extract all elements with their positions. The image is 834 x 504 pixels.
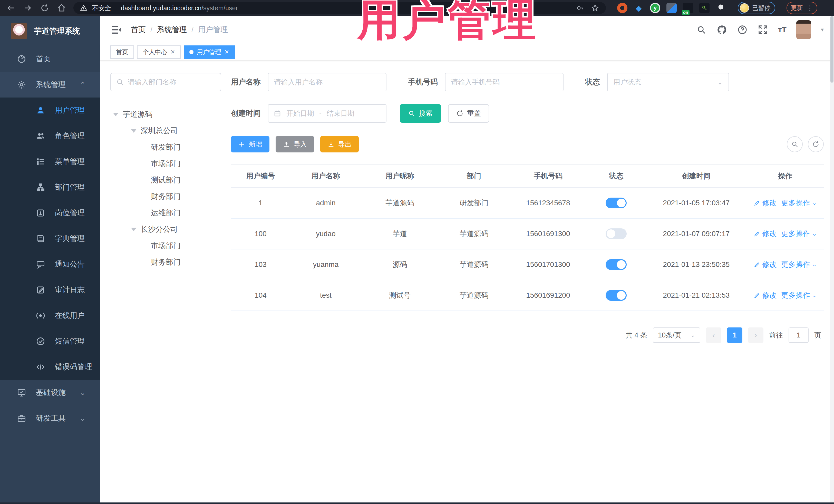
extension-tool-icon[interactable] xyxy=(699,3,709,13)
sidebar-item-role-management[interactable]: 角色管理 xyxy=(0,123,100,149)
status-toggle[interactable] xyxy=(606,198,627,209)
extension-switch-icon[interactable]: ≡on xyxy=(683,3,693,13)
tree-node-leaf[interactable]: 财务部门 xyxy=(110,188,221,205)
profile-paused-badge[interactable]: 已暂停 xyxy=(738,2,775,14)
more-actions-link[interactable]: 更多操作⌄ xyxy=(782,260,817,269)
header-search-icon[interactable] xyxy=(696,24,707,35)
user-avatar[interactable] xyxy=(796,20,811,39)
goto-page-input[interactable] xyxy=(789,327,809,343)
export-button[interactable]: 导出 xyxy=(320,136,359,152)
tree-expand-icon[interactable] xyxy=(131,129,136,133)
sidebar-item-menu-management[interactable]: 菜单管理 xyxy=(0,149,100,175)
sidebar-item-post-management[interactable]: 岗位管理 xyxy=(0,200,100,226)
tree-node-leaf[interactable]: 市场部门 xyxy=(110,155,221,172)
breadcrumb-system[interactable]: 系统管理 xyxy=(157,25,187,35)
tree-node-leaf[interactable]: 测试部门 xyxy=(110,172,221,188)
sidebar-item-home[interactable]: 首页 xyxy=(0,46,100,72)
more-actions-link[interactable]: 更多操作⌄ xyxy=(782,290,817,300)
page-scrollbar[interactable] xyxy=(830,16,834,504)
sidebar-item-dept-management[interactable]: 部门管理 xyxy=(0,175,100,200)
refresh-icon xyxy=(456,110,463,117)
close-icon[interactable]: ✕ xyxy=(224,49,229,56)
edit-link[interactable]: 修改 xyxy=(754,290,777,300)
sidebar-item-audit-log[interactable]: 审计日志 ⌄ xyxy=(0,277,100,303)
column-header: 部门 xyxy=(438,171,509,181)
tree-expand-icon[interactable] xyxy=(131,227,136,231)
bookmark-star-icon[interactable] xyxy=(591,4,599,12)
add-button[interactable]: 新增 xyxy=(231,136,269,152)
browser-menu-icon[interactable]: ⋮ xyxy=(807,4,813,12)
breadcrumb-home[interactable]: 首页 xyxy=(131,25,146,35)
tree-node-leaf[interactable]: 财务部门 xyxy=(110,254,221,270)
browser-forward-button[interactable] xyxy=(23,3,33,13)
edit-link[interactable]: 修改 xyxy=(754,229,777,239)
more-actions-link[interactable]: 更多操作⌄ xyxy=(782,198,817,208)
sidebar-fold-icon[interactable] xyxy=(110,24,122,36)
toggle-search-button[interactable] xyxy=(787,136,803,152)
tab-profile[interactable]: 个人中心 ✕ xyxy=(137,45,181,59)
cell-mobile: 15612345678 xyxy=(510,199,587,207)
search-button[interactable]: 搜索 xyxy=(400,104,441,123)
extension-green-icon[interactable]: y xyxy=(650,3,660,13)
help-icon[interactable] xyxy=(737,24,748,35)
tree-node-branch[interactable]: 长沙分公司 xyxy=(110,221,221,238)
page-size-select[interactable]: 10条/页 ⌄ xyxy=(653,327,700,343)
cell-user-id: 1 xyxy=(231,199,290,207)
sidebar-item-devtools[interactable]: 研发工具 ⌄ xyxy=(0,406,100,431)
tree-node-leaf[interactable]: 研发部门 xyxy=(110,139,221,155)
tree-node-leaf[interactable]: 运维部门 xyxy=(110,205,221,221)
close-icon[interactable]: ✕ xyxy=(170,49,175,56)
sidebar-item-system[interactable]: 系统管理 ⌃ xyxy=(0,72,100,97)
username-input[interactable] xyxy=(268,73,386,91)
mobile-label: 手机号码 xyxy=(408,77,438,87)
refresh-table-button[interactable] xyxy=(808,136,824,152)
scrollbar-thumb[interactable] xyxy=(830,16,833,83)
insecure-warning-icon xyxy=(80,4,87,12)
status-select[interactable]: 用户状态 ⌄ xyxy=(607,73,729,91)
cell-created: 2021-01-13 23:50:35 xyxy=(646,261,747,269)
tree-node-leaf[interactable]: 市场部门 xyxy=(110,238,221,254)
font-size-icon[interactable]: тT xyxy=(778,25,787,34)
extension-grid-icon[interactable] xyxy=(666,3,677,13)
date-range-picker[interactable]: 开始日期 - 结束日期 xyxy=(268,104,387,123)
current-page-button[interactable]: 1 xyxy=(727,327,742,343)
extensions-puzzle-icon[interactable] xyxy=(716,3,726,13)
mobile-input[interactable] xyxy=(445,73,563,91)
sidebar-item-online-users[interactable]: 在线用户 xyxy=(0,303,100,328)
sidebar-item-infrastructure[interactable]: 基础设施 ⌄ xyxy=(0,380,100,406)
edit-link[interactable]: 修改 xyxy=(754,260,777,269)
tab-user-management[interactable]: 用户管理 ✕ xyxy=(184,45,235,59)
import-button[interactable]: 导入 xyxy=(276,136,314,152)
browser-update-button[interactable]: 更新 ⋮ xyxy=(787,2,817,14)
fullscreen-icon[interactable] xyxy=(758,24,768,35)
github-icon[interactable] xyxy=(717,24,727,35)
tab-home[interactable]: 首页 xyxy=(110,45,134,59)
browser-home-button[interactable] xyxy=(57,3,67,13)
sidebar-item-notice[interactable]: 通知公告 xyxy=(0,251,100,277)
tree-node-root[interactable]: 芋道源码 xyxy=(110,106,221,123)
tab-label: 首页 xyxy=(116,48,128,56)
sidebar-item-dict-management[interactable]: 字典管理 xyxy=(0,226,100,251)
sidebar-item-sms-management[interactable]: 短信管理 ⌄ xyxy=(0,328,100,354)
edit-link[interactable]: 修改 xyxy=(754,198,777,208)
dept-search-input[interactable] xyxy=(110,73,221,91)
status-toggle[interactable] xyxy=(606,259,627,270)
status-toggle[interactable] xyxy=(606,228,627,239)
avatar-dropdown-icon[interactable]: ▾ xyxy=(821,26,824,33)
tree-node-branch[interactable]: 深圳总公司 xyxy=(110,123,221,139)
prev-page-button[interactable]: ‹ xyxy=(706,327,721,343)
tree-expand-icon[interactable] xyxy=(113,113,118,116)
extension-pin-icon[interactable]: ◆ xyxy=(634,3,644,13)
extension-orange-icon[interactable] xyxy=(617,3,628,13)
next-page-button[interactable]: › xyxy=(748,327,764,343)
browser-reload-button[interactable] xyxy=(40,3,50,13)
more-actions-link[interactable]: 更多操作⌄ xyxy=(782,229,817,239)
browser-back-button[interactable] xyxy=(6,3,16,13)
status-toggle[interactable] xyxy=(606,290,627,301)
url-host: dashboard.yudao.iocoder.cn xyxy=(121,4,201,12)
sidebar-item-errorcode-management[interactable]: 错误码管理 xyxy=(0,354,100,380)
reset-button[interactable]: 重置 xyxy=(448,104,489,123)
sidebar-item-user-management[interactable]: 用户管理 xyxy=(0,97,100,123)
key-icon[interactable] xyxy=(576,4,584,12)
app-logo-row[interactable]: 芋道管理系统 xyxy=(0,16,100,46)
